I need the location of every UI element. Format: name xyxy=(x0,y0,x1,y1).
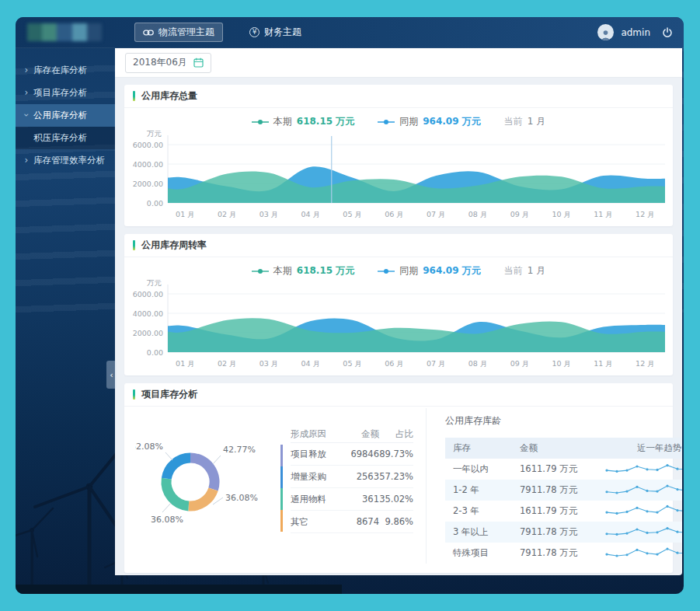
user-avatar[interactable] xyxy=(597,24,614,40)
sparkline xyxy=(604,483,682,498)
card-project-inventory-analysis: 项目库存分析 42.77%36.08%36.08%52.08% 形成原因 金额 … xyxy=(124,383,673,573)
legend-marker-icon xyxy=(252,118,269,126)
svg-text:6000.00: 6000.00 xyxy=(133,290,163,299)
legend-series-value: 964.09 万元 xyxy=(423,264,480,278)
person-icon xyxy=(600,29,611,40)
username-label[interactable]: admin xyxy=(621,27,650,38)
svg-text:07 月: 07 月 xyxy=(427,210,446,218)
sidebar-nav: › 库存在库分析 › 项目库存分析 › 公用库存分析 积压库存分析 › 库存管理… xyxy=(16,48,115,594)
reason-amount: 8674 xyxy=(339,516,379,527)
donut-zone: 42.77%36.08%36.08%52.08% xyxy=(135,408,287,564)
color-strip-segment xyxy=(280,510,283,532)
legend-series-name: 本期 xyxy=(273,115,292,128)
table-rows: 项目释放6984689.73%增量采购256357.23%通用物料36135.0… xyxy=(291,443,413,533)
card-header: 公用库存周转率 xyxy=(124,234,673,257)
sidebar-item-backlog-inventory[interactable]: 积压库存分析 xyxy=(16,127,115,149)
sidebar-item-project-inventory[interactable]: › 项目库存分析 xyxy=(16,82,115,104)
svg-text:36.08%: 36.08% xyxy=(151,515,183,525)
area-chart-turnover[interactable]: 6000.004000.002000.000.00万元01 月02 月03 月0… xyxy=(129,278,676,372)
card-title: 公用库存周转率 xyxy=(141,239,207,252)
reason-amount: 2563 xyxy=(339,471,379,482)
sparkline xyxy=(604,546,682,561)
chevron-right-icon: › xyxy=(23,87,30,98)
category-color-strip xyxy=(280,445,283,532)
sidebar-item-label: 公用库存分析 xyxy=(33,110,87,121)
svg-text:08 月: 08 月 xyxy=(468,359,488,368)
sparkline xyxy=(604,504,682,519)
sidebar-item-label: 积压库存分析 xyxy=(33,132,87,144)
table-row: 1-2 年7911.78 万元 xyxy=(445,480,682,501)
svg-text:01 月: 01 月 xyxy=(176,210,195,218)
current-value: 1 月 xyxy=(528,264,545,278)
svg-text:10 月: 10 月 xyxy=(552,210,571,218)
reason-pct: 57.23% xyxy=(379,471,413,482)
age-label: 特殊项目 xyxy=(453,547,520,559)
legend-item-same-period[interactable]: 同期964.09 万元 xyxy=(378,264,480,278)
area-chart-total[interactable]: 6000.004000.002000.000.00万元01 月02 月03 月0… xyxy=(129,128,676,223)
chevron-right-icon: › xyxy=(23,155,30,166)
date-value: 2018年06月 xyxy=(133,56,187,69)
svg-text:2000.00: 2000.00 xyxy=(133,180,163,188)
date-picker[interactable]: 2018年06月 xyxy=(125,53,211,73)
color-strip-segment xyxy=(280,488,283,510)
col-header-amount: 金额 xyxy=(339,428,379,440)
col-header-trend: 近一年趋势图 xyxy=(604,442,682,454)
table-rows: 一年以内1611.79 万元1-2 年7911.78 万元2-3 年1611.7… xyxy=(445,459,682,564)
svg-text:05 月: 05 月 xyxy=(343,359,362,368)
card-public-inventory-total: 公用库存总量 本期618.15 万元同期964.09 万元当前 1 月 6000… xyxy=(124,85,673,226)
svg-text:04 月: 04 月 xyxy=(301,210,321,218)
sidebar-item-stock-in-warehouse[interactable]: › 库存在库分析 xyxy=(16,59,115,82)
top-bar: 物流管理主题 ¥ 财务主题 admin xyxy=(16,17,684,48)
tab-logistics-theme[interactable]: 物流管理主题 xyxy=(134,23,223,42)
card-header: 公用库存总量 xyxy=(124,85,673,108)
table-row: 一年以内1611.79 万元 xyxy=(445,459,682,480)
legend-item-same-period[interactable]: 同期964.09 万元 xyxy=(378,115,480,128)
inventory-age-panel: 公用库存库龄 库存 金额 近一年趋势图 一年以内1611.79 万元1-2 年7… xyxy=(426,408,682,564)
table-row: 项目释放6984689.73% xyxy=(291,443,413,466)
chart-wrapper: 6000.004000.002000.000.00万元01 月02 月03 月0… xyxy=(124,278,673,375)
logout-power-button[interactable] xyxy=(662,27,673,38)
reason-label: 其它 xyxy=(291,516,339,528)
chart-legend: 本期618.15 万元同期964.09 万元当前 1 月 xyxy=(124,257,673,278)
table-row: 特殊项目7911.78 万元 xyxy=(445,543,682,564)
yen-circle-icon: ¥ xyxy=(249,27,259,37)
sidebar-item-public-inventory[interactable]: › 公用库存分析 xyxy=(16,104,115,127)
calendar-icon xyxy=(193,58,204,68)
legend-item-current-period[interactable]: 本期618.15 万元 xyxy=(252,115,354,128)
main-content: 2018年06月 公用库存总量 本期618.15 万元同期964.09 万元当前… xyxy=(115,48,682,575)
tab-finance-theme[interactable]: ¥ 财务主题 xyxy=(242,23,309,42)
legend-series-name: 同期 xyxy=(399,264,418,278)
svg-text:04 月: 04 月 xyxy=(301,359,321,368)
tab-label: 物流管理主题 xyxy=(158,26,214,39)
filter-bar: 2018年06月 xyxy=(115,48,682,78)
svg-text:52.08%: 52.08% xyxy=(135,442,163,452)
donut-chart[interactable]: 42.77%36.08%36.08%52.08% xyxy=(135,431,287,534)
reason-pct: 9.86% xyxy=(379,516,413,527)
color-strip-segment xyxy=(280,445,283,466)
age-label: 一年以内 xyxy=(453,463,520,475)
col-header-pct: 占比 xyxy=(379,428,413,440)
svg-text:万元: 万元 xyxy=(147,278,162,287)
title-accent-bar xyxy=(133,91,135,101)
panel-subtitle: 公用库存库龄 xyxy=(445,414,682,428)
sidebar-item-efficiency[interactable]: › 库存管理效率分析 xyxy=(16,149,115,172)
svg-text:万元: 万元 xyxy=(147,129,162,138)
age-label: 2-3 年 xyxy=(453,505,520,517)
current-value: 1 月 xyxy=(528,115,545,128)
svg-text:42.77%: 42.77% xyxy=(223,445,256,455)
legend-item-current-period[interactable]: 本期618.15 万元 xyxy=(252,264,354,278)
reason-label: 增量采购 xyxy=(291,471,339,483)
svg-text:10 月: 10 月 xyxy=(552,359,571,368)
age-amount: 7911.78 万元 xyxy=(520,547,604,559)
sidebar-item-label: 库存管理效率分析 xyxy=(33,155,105,166)
legend-current-month: 当前 1 月 xyxy=(504,264,545,278)
color-strip-segment xyxy=(280,466,283,488)
svg-text:11 月: 11 月 xyxy=(594,210,613,218)
legend-series-name: 本期 xyxy=(273,264,292,278)
sidebar-collapse-handle[interactable]: ‹ xyxy=(106,361,117,389)
age-label: 1-2 年 xyxy=(453,484,520,496)
svg-text:09 月: 09 月 xyxy=(510,359,530,368)
age-amount: 7911.78 万元 xyxy=(520,526,604,538)
legend-marker-icon xyxy=(252,267,269,275)
topbar-right: admin xyxy=(597,24,673,40)
